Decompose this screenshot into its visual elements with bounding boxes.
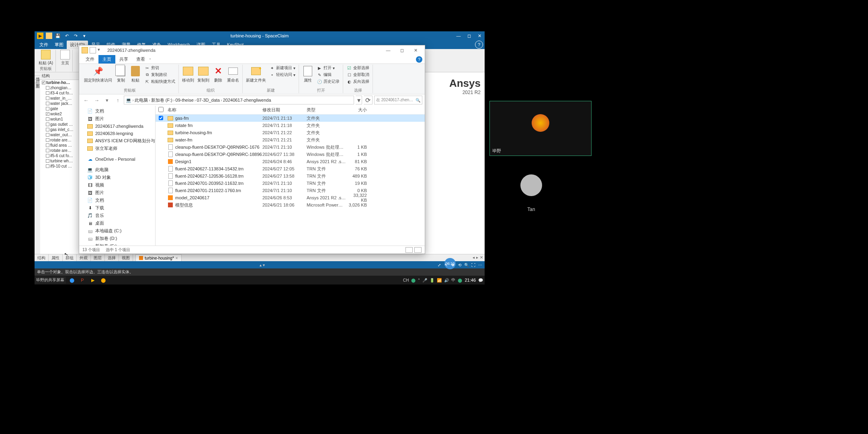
file-row[interactable]: water-fm2024/7/1 21:21文件夹 bbox=[156, 136, 425, 143]
menu-item[interactable]: 文件 bbox=[36, 41, 51, 49]
tree-checkbox[interactable] bbox=[46, 133, 49, 137]
structure-tree[interactable]: 结构 turbine-ho…zhongjian…if3-4 cut fo…wat… bbox=[40, 72, 83, 254]
pin-button[interactable]: 📌固定到快速访问 bbox=[83, 65, 113, 84]
select-all-button[interactable]: ☑全部选择 bbox=[346, 65, 370, 71]
task-item[interactable]: ⬤ bbox=[99, 276, 108, 284]
file-row[interactable]: cleanup-fluent-DESKTOP-Q8RN9RC-16762024/… bbox=[156, 143, 425, 151]
taskbar-clock[interactable]: 21:46 bbox=[465, 278, 476, 283]
minimize-button[interactable]: ― bbox=[453, 31, 464, 40]
minimize-button[interactable]: ― bbox=[381, 45, 395, 55]
help-icon[interactable]: ? bbox=[475, 41, 483, 49]
nav-item[interactable]: ☁OneDrive - Personal bbox=[79, 156, 155, 163]
tree-checkbox[interactable] bbox=[46, 96, 49, 100]
nav-item[interactable]: 🎞视频 bbox=[79, 181, 155, 189]
undo-icon[interactable]: ↶ bbox=[63, 33, 70, 39]
breadcrumb-segment[interactable]: 此电脑 bbox=[135, 97, 148, 103]
nav-item[interactable]: 💻此电脑 bbox=[79, 166, 155, 174]
panel-tab[interactable]: 群组 bbox=[63, 254, 77, 261]
side-tab[interactable]: 组 bbox=[35, 76, 40, 80]
nav-item[interactable]: 张立军老师 bbox=[79, 145, 155, 152]
tray-icon[interactable]: ⬤ bbox=[458, 278, 462, 283]
nav-item[interactable]: 🖥桌面 bbox=[79, 219, 155, 227]
open-icon[interactable] bbox=[46, 33, 52, 39]
breadcrumb-segment[interactable]: 07-3D_data bbox=[197, 98, 220, 102]
tree-node[interactable]: zhongjian… bbox=[40, 85, 82, 90]
move-to-button[interactable]: 移动到 bbox=[181, 65, 195, 84]
tree-checkbox[interactable] bbox=[46, 164, 49, 168]
zoom-icon[interactable]: 🔍 bbox=[464, 262, 469, 268]
tree-checkbox[interactable] bbox=[46, 91, 49, 95]
tree-checkbox[interactable] bbox=[46, 117, 49, 121]
nav-item[interactable]: 🧊3D 对象 bbox=[79, 174, 155, 181]
tree-node[interactable]: turbine-ho… bbox=[40, 80, 82, 85]
tree-node[interactable]: rotate are… bbox=[40, 137, 82, 143]
file-row[interactable]: fluent-20240627-120536-16128.trn2024/6/2… bbox=[156, 172, 425, 180]
copy-to-button[interactable]: 复制到 bbox=[197, 65, 210, 84]
windows-taskbar[interactable]: 毕野的共享屏幕 🔍 📁 ⬤ ⬤ P ▶ ⬤ CH ⬤ ˄ 🎤 🔋 📶 🔊 中 ⬤… bbox=[35, 276, 485, 285]
ribbon-tab[interactable]: 查看 bbox=[132, 55, 149, 63]
properties-button[interactable]: 属性 bbox=[301, 65, 314, 84]
nav-item[interactable]: 🎵音乐 bbox=[79, 212, 155, 219]
task-item[interactable]: P bbox=[78, 276, 87, 284]
ime-icon[interactable]: 中 bbox=[451, 277, 455, 283]
tree-checkbox[interactable] bbox=[46, 102, 49, 105]
tree-checkbox[interactable] bbox=[46, 143, 49, 147]
panel-tab[interactable]: 结构 bbox=[35, 254, 49, 261]
file-row[interactable]: fluent-20240701-203952-11632.trn2024/7/1… bbox=[156, 180, 425, 187]
invert-selection-button[interactable]: ◐反向选择 bbox=[346, 78, 370, 85]
breadcrumb-segment[interactable]: 09-theise bbox=[176, 98, 194, 102]
nav-item[interactable]: 🖴本地磁盘 (C:) bbox=[79, 227, 155, 235]
prev-icon[interactable]: ◂ bbox=[473, 255, 475, 260]
nav-item[interactable]: ⬇下载 bbox=[79, 204, 155, 212]
more-icon[interactable]: ⋯ bbox=[477, 262, 483, 268]
file-row[interactable]: gas-fm2024/7/1 21:13文件夹 bbox=[156, 115, 425, 122]
breadcrumb[interactable]: 💻 › 此电脑 › 新加卷 (F:) › 09-theise › 07-3D_d… bbox=[124, 96, 354, 104]
up-button[interactable]: ↑ bbox=[113, 96, 122, 104]
refresh-button[interactable]: ⟳ bbox=[364, 96, 373, 104]
tree-node[interactable]: gas inlet_c… bbox=[40, 127, 82, 132]
crumb-dropdown-icon[interactable]: ▾ bbox=[356, 96, 362, 104]
collapse-ribbon-icon[interactable]: ˄ bbox=[149, 58, 151, 62]
column-headers[interactable]: 名称 修改日期 类型 大小 bbox=[156, 106, 425, 115]
file-row[interactable]: fluent-20240701-211022-1760.trn2024/7/1 … bbox=[156, 187, 425, 194]
search-input[interactable]: 在 20240617-zhen… 🔍 bbox=[374, 96, 422, 104]
rename-button[interactable]: 重命名 bbox=[226, 65, 240, 84]
fit-icon[interactable]: ⛶ bbox=[471, 262, 476, 268]
file-row[interactable]: rotate fm2024/7/1 21:18文件夹 bbox=[156, 122, 425, 129]
copy-button[interactable]: 复制 bbox=[115, 65, 127, 84]
qat-more-icon[interactable]: ▾ bbox=[98, 47, 104, 53]
title-bar[interactable]: ▶ 💾 ↶ ↷ ▾ turbine-housing - SpaceClaim ―… bbox=[35, 31, 485, 40]
panel-tab[interactable]: 选择 bbox=[105, 254, 119, 261]
easy-access-button[interactable]: ⚬轻松访问 ▾ bbox=[268, 72, 296, 78]
forward-button[interactable]: → bbox=[92, 96, 101, 104]
tree-node[interactable]: water_out… bbox=[40, 132, 82, 137]
cursor-icon[interactable]: ↖ bbox=[443, 262, 449, 268]
close-button[interactable]: ✕ bbox=[474, 31, 485, 40]
nav-pane[interactable]: 📄文档🖼图片20240617-zhengliwenda20240628-leng… bbox=[79, 106, 156, 246]
history-button[interactable]: 🕘历史记录 bbox=[316, 78, 340, 85]
chevron-up-icon[interactable]: ˄ bbox=[418, 278, 420, 283]
pan-icon[interactable]: ✥ bbox=[450, 262, 456, 268]
file-row[interactable]: fluent-20240627-113834-15432.trn2024/6/2… bbox=[156, 165, 425, 172]
file-row[interactable]: turbine-housing-fm2024/7/1 21:22文件夹 bbox=[156, 129, 425, 136]
col-date[interactable]: 修改日期 bbox=[262, 107, 307, 113]
file-row[interactable]: 模型信息2024/6/21 18:06Microsoft Power…3,026… bbox=[156, 201, 425, 209]
nav-item[interactable]: 🖼图片 bbox=[79, 115, 155, 123]
tree-checkbox[interactable] bbox=[46, 123, 49, 126]
delete-button[interactable]: ✕删除 bbox=[212, 65, 225, 84]
tree-checkbox[interactable] bbox=[46, 107, 49, 111]
recent-dropdown-icon[interactable]: ▾ bbox=[103, 96, 112, 104]
play-icon[interactable]: ▶ bbox=[37, 33, 43, 39]
panel-tab[interactable]: 外观 bbox=[77, 254, 91, 261]
maximize-button[interactable]: ◻ bbox=[464, 31, 474, 40]
explorer-title-bar[interactable]: ▾ 20240617-zhengliwenda ― ◻ ✕ bbox=[79, 45, 425, 55]
edit-button[interactable]: ✎编辑 bbox=[316, 72, 340, 78]
tree-node[interactable]: if9-10 cut … bbox=[40, 164, 82, 169]
tree-checkbox[interactable] bbox=[46, 86, 49, 90]
panel-tab[interactable]: 属性 bbox=[49, 254, 63, 261]
tree-node[interactable]: turbine wh… bbox=[40, 158, 82, 164]
nav-item[interactable]: 20240628-lengning bbox=[79, 130, 155, 137]
col-type[interactable]: 类型 bbox=[307, 107, 347, 113]
save-icon[interactable]: 💾 bbox=[55, 33, 61, 39]
participant-tile[interactable]: 毕野 bbox=[489, 101, 592, 156]
